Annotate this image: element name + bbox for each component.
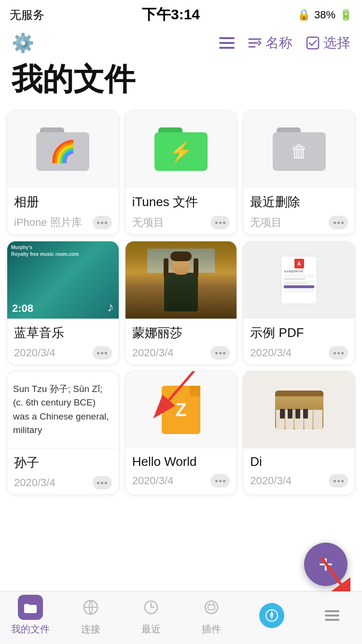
card-recent-delete[interactable]: 🗑 最近删除 无项目 bbox=[243, 110, 355, 235]
tab-recent-label: 最近 bbox=[141, 623, 161, 636]
card-pdf[interactable]: A 本文档是PDF示例 示例 PDF 2020/3/4 bbox=[243, 241, 355, 365]
tab-plugins[interactable]: 插件 bbox=[181, 595, 241, 636]
select-button[interactable]: 选择 bbox=[306, 34, 350, 52]
svg-rect-2 bbox=[219, 47, 235, 49]
card-piano-more[interactable] bbox=[329, 474, 348, 488]
files-icon bbox=[18, 595, 43, 620]
carrier-label: 无服务 bbox=[10, 7, 44, 23]
browse-icon bbox=[259, 603, 284, 628]
card-piano-date: 2020/3/4 bbox=[250, 475, 292, 487]
card-zip-date: 2020/3/4 bbox=[132, 475, 174, 487]
time-label: 下午3:14 bbox=[142, 5, 200, 25]
card-delete-sub: 无项目 bbox=[250, 215, 282, 230]
card-music-info: 蓝草音乐 2020/3/4 bbox=[7, 319, 119, 364]
card-zip-more[interactable] bbox=[210, 474, 230, 488]
card-book-meta: 2020/3/4 bbox=[14, 476, 112, 490]
card-album-info: 相册 iPhone 照片库 bbox=[7, 188, 119, 235]
card-itunes-meta: 无项目 bbox=[132, 215, 230, 230]
list-view-button[interactable] bbox=[219, 36, 235, 50]
svg-rect-0 bbox=[219, 37, 235, 39]
card-pdf-name: 示例 PDF bbox=[250, 324, 348, 341]
page-title: 我的文件 bbox=[0, 58, 362, 110]
tab-connect[interactable]: 连接 bbox=[60, 595, 121, 636]
tab-browse[interactable] bbox=[241, 603, 302, 628]
battery-status: 🔒 38% 🔋 bbox=[297, 9, 352, 21]
top-nav: ⚙️ 名称 选择 bbox=[0, 28, 362, 58]
menu-icon bbox=[320, 603, 345, 628]
card-piano-meta: 2020/3/4 bbox=[250, 474, 348, 488]
card-zip-info: Hello World 2020/3/4 bbox=[125, 448, 237, 492]
card-delete-name: 最近删除 bbox=[250, 194, 348, 210]
card-mona-date: 2020/3/4 bbox=[132, 347, 174, 359]
card-pdf-preview: A 本文档是PDF示例 bbox=[243, 241, 355, 319]
card-album-more[interactable] bbox=[93, 216, 112, 229]
card-album[interactable]: 🌈 相册 iPhone 照片库 bbox=[7, 110, 119, 235]
card-book-date: 2020/3/4 bbox=[14, 476, 56, 489]
sort-button[interactable]: 名称 bbox=[248, 34, 292, 52]
card-delete-info: 最近删除 无项目 bbox=[243, 188, 355, 235]
card-mona[interactable]: 蒙娜丽莎 2020/3/4 bbox=[125, 241, 237, 365]
recent-icon bbox=[139, 595, 164, 620]
card-delete-more[interactable] bbox=[329, 216, 348, 229]
card-album-sub: iPhone 照片库 bbox=[14, 215, 82, 230]
gear-icon[interactable]: ⚙️ bbox=[12, 32, 34, 54]
card-book-more[interactable] bbox=[93, 476, 112, 490]
card-music-meta: 2020/3/4 bbox=[14, 346, 112, 360]
card-itunes-info: iTunes 文件 无项目 bbox=[125, 188, 237, 235]
music-duration: 2:08 bbox=[12, 302, 33, 315]
card-piano-info: Di 2020/3/4 bbox=[243, 448, 355, 492]
card-pdf-info: 示例 PDF 2020/3/4 bbox=[243, 319, 355, 364]
tab-bar: 我的文件 连接 最近 bbox=[0, 591, 362, 644]
card-mona-meta: 2020/3/4 bbox=[132, 346, 230, 360]
svg-rect-6 bbox=[307, 37, 319, 49]
svg-rect-1 bbox=[219, 42, 235, 44]
tab-files[interactable]: 我的文件 bbox=[0, 595, 60, 636]
card-delete-meta: 无项目 bbox=[250, 215, 348, 230]
card-music[interactable]: Murphy'sRoyalty free music room.com 2:08… bbox=[7, 241, 119, 365]
card-mona-more[interactable] bbox=[210, 346, 230, 360]
card-zip-name: Hello World bbox=[132, 454, 230, 469]
file-grid: 🌈 相册 iPhone 照片库 ⚡ iTunes 文件 bbox=[0, 110, 362, 495]
card-zip-preview: Z bbox=[125, 371, 237, 448]
tab-recent[interactable]: 最近 bbox=[121, 595, 181, 636]
card-piano-name: Di bbox=[250, 454, 348, 469]
card-piano[interactable]: Di 2020/3/4 bbox=[243, 371, 355, 495]
card-book[interactable]: Sun Tzu 孙子; Sūn Zǐ; (c. 6th century BCE)… bbox=[7, 371, 119, 495]
card-music-name: 蓝草音乐 bbox=[14, 324, 112, 341]
card-zip-meta: 2020/3/4 bbox=[132, 474, 230, 488]
card-music-date: 2020/3/4 bbox=[14, 347, 56, 359]
add-fab-button[interactable]: + bbox=[304, 543, 348, 586]
card-pdf-meta: 2020/3/4 bbox=[250, 346, 348, 360]
svg-point-14 bbox=[205, 601, 218, 614]
card-book-text: Sun Tzu 孙子; Sūn Zǐ; (c. 6th century BCE)… bbox=[13, 382, 113, 437]
card-itunes-name: iTunes 文件 bbox=[132, 194, 230, 210]
card-album-meta: iPhone 照片库 bbox=[14, 215, 112, 230]
card-itunes-preview: ⚡ bbox=[125, 111, 237, 188]
card-piano-preview bbox=[243, 371, 355, 448]
card-zip[interactable]: Z Hello World 2020/3/4 bbox=[125, 371, 237, 495]
svg-point-21 bbox=[271, 615, 273, 616]
card-itunes-sub: 无项目 bbox=[132, 215, 164, 230]
card-delete-preview: 🗑 bbox=[243, 111, 355, 188]
plugins-icon bbox=[199, 595, 224, 620]
card-book-info: 孙子 2020/3/4 bbox=[7, 448, 119, 494]
card-itunes-more[interactable] bbox=[210, 216, 230, 229]
connect-icon bbox=[78, 595, 103, 620]
card-itunes[interactable]: ⚡ iTunes 文件 无项目 bbox=[125, 110, 237, 235]
card-music-preview: Murphy'sRoyalty free music room.com 2:08… bbox=[7, 241, 119, 319]
card-mona-name: 蒙娜丽莎 bbox=[132, 324, 230, 341]
card-pdf-date: 2020/3/4 bbox=[250, 347, 292, 359]
svg-rect-15 bbox=[208, 605, 215, 610]
lock-icon: 🔒 bbox=[297, 9, 310, 21]
card-album-preview: 🌈 bbox=[7, 111, 119, 188]
card-pdf-more[interactable] bbox=[329, 346, 348, 360]
select-label: 选择 bbox=[323, 34, 350, 52]
battery-icon: 🔋 bbox=[339, 9, 352, 21]
card-album-name: 相册 bbox=[14, 194, 112, 210]
card-book-name: 孙子 bbox=[14, 454, 112, 471]
add-icon: + bbox=[319, 552, 333, 577]
status-bar: 无服务 下午3:14 🔒 38% 🔋 bbox=[0, 0, 362, 28]
tab-menu[interactable] bbox=[302, 603, 362, 628]
card-music-more[interactable] bbox=[93, 346, 112, 360]
sort-label: 名称 bbox=[265, 34, 292, 52]
